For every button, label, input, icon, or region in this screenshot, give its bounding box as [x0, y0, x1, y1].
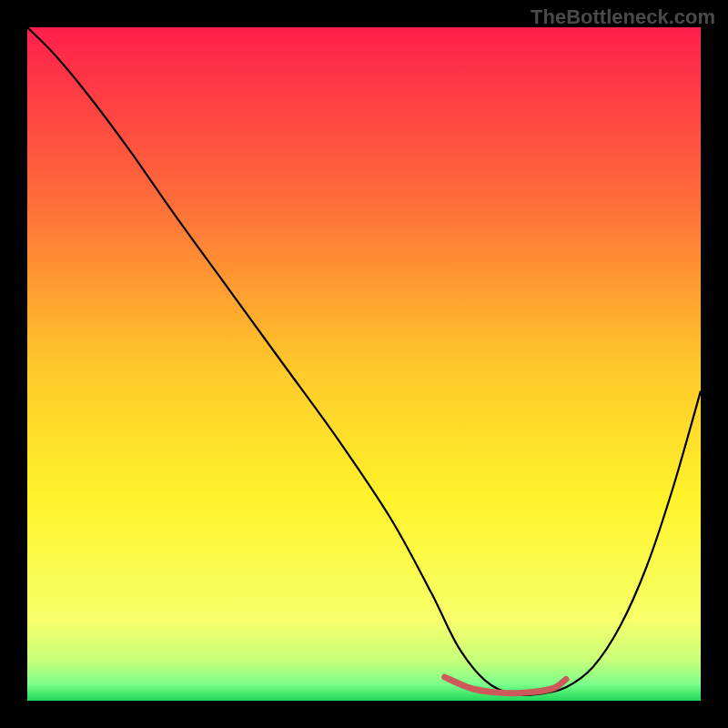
chart-svg: [27, 27, 701, 701]
chart-stage: TheBottleneck.com: [0, 0, 728, 728]
plot-area: [27, 27, 701, 701]
watermark-text: TheBottleneck.com: [531, 5, 715, 29]
chart-background: [27, 27, 701, 701]
